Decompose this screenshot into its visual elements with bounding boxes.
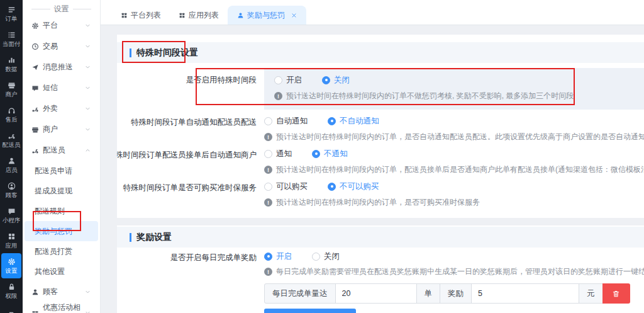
settings-menu-promo[interactable]: 优惠活动相关 [23,302,100,313]
form-row-ontime-insurance: 特殊时间段订单是否可购买准时保服务 可以购买 不可以购买 [117,181,644,208]
app-nav-label: 当面付 [3,41,21,47]
close-icon[interactable] [291,13,297,18]
app-nav-miniprogram[interactable]: 小程序 [0,203,23,228]
menu-label: 平台 [43,20,58,31]
tab-label: 奖励与惩罚 [247,10,285,21]
settings-menu-courier[interactable]: 配送员 [23,140,100,161]
tab-app-list[interactable]: 应用列表 [170,6,228,25]
menu-label: 消息推送 [43,62,73,72]
person-icon [237,12,244,19]
field-content: 自动通知 不自动通知 预计送达时间在特殊时间段内的订单，是否自动通知配送员配送。… [264,116,644,142]
send-icon [31,64,39,71]
person-icon [31,288,39,296]
delete-reward-rule-button[interactable] [602,283,630,304]
radio-circle-icon [274,76,282,84]
radio-circle-icon [312,253,320,261]
radio-circle-icon [328,183,336,191]
settings-menu-push[interactable]: 消息推送 [23,57,100,77]
app-nav-staff[interactable]: 店员 [0,152,23,178]
settings-submenu-reward-punish[interactable]: 奖励与惩罚 [25,221,98,241]
submenu-label: 提成及提现 [35,186,72,196]
section-title: 奖励设置 [136,232,172,243]
store-icon [8,81,16,89]
app-nav-permission[interactable]: 权限 [0,278,23,304]
add-daily-reward-button[interactable]: + 添加每日完成单奖励 [264,309,356,313]
settings-menu-takeout[interactable]: 外卖 [23,98,100,119]
app-nav-aftersale[interactable]: 售后 [0,102,23,127]
settings-submenu-commission[interactable]: 提成及提现 [23,181,100,201]
app-nav-label: 设置 [6,268,18,274]
reward-label: 奖励 [440,283,472,304]
settings-submenu-courier-tip[interactable]: 配送员打赏 [23,241,100,261]
qty-unit-label: 单 [416,283,441,304]
field-label: 特殊时间段订单自动通知配送员配送 [117,116,264,142]
field-label: 是否启用特殊时间段 [117,68,264,110]
app-nav-label: 配送员 [3,142,21,148]
submenu-label: 奖励与惩罚 [35,226,72,237]
settings-sidebar: 设置 平台交易消息推送短信外卖商户配送员配送员申请提成及提现配送规则奖励与惩罚配… [23,0,101,313]
headset-icon [8,106,16,115]
settings-menu-platform[interactable]: 平台 [23,15,100,36]
gear-icon [31,22,39,30]
field-hint: 预计送达时间在特殊时间段内的订单，配送员接单后是否通知商户此单有配送员接单(通知… [264,164,644,175]
radio-no-notify[interactable]: 不通知 [312,149,348,159]
settings-menu-customer[interactable]: 顾客 [23,282,100,302]
radio-enable-on[interactable]: 开启 [274,75,302,86]
radio-no-auto-notify[interactable]: 不自动通知 [328,116,379,127]
page-content: 特殊时间段设置 是否启用特殊时间段 开启 关闭 [101,25,644,313]
tab-platform-list[interactable]: 平台列表 [112,6,170,25]
chevron-down-icon [85,106,91,111]
person-circle-icon [8,182,16,190]
app-nav-courier[interactable]: 配送员 [0,127,23,152]
radio-can-buy[interactable]: 可以购买 [264,181,308,192]
radio-cannot-buy[interactable]: 不可以购买 [328,181,379,192]
info-icon [264,166,272,174]
settings-menu-merchant[interactable]: 商户 [23,119,100,140]
app-nav-label: 顾客 [6,192,18,198]
settings-submenu-courier-apply[interactable]: 配送员申请 [23,161,100,181]
app-nav-label: 数据 [6,66,18,72]
menu-label: 顾客 [43,287,58,297]
app-nav-label: 权限 [6,293,18,299]
settings-submenu-delivery-rules[interactable]: 配送规则 [23,201,100,221]
grid-icon [121,12,128,19]
settings-menu-sms[interactable]: 短信 [23,77,100,98]
form-row-daily-reward: 是否开启每日完成单奖励 开启 关闭 [117,251,644,313]
submenu-label: 配送员打赏 [35,246,72,257]
daily-qty-input[interactable] [335,283,417,304]
settings-menu-trade[interactable]: 交易 [23,36,100,57]
tab-reward-punish[interactable]: 奖励与惩罚 [228,6,306,25]
app-nav-label: 订单 [6,16,18,22]
app-nav-orders[interactable]: 订单 [0,1,23,26]
submenu-label: 配送员申请 [35,166,72,176]
reward-section-header: 奖励设置 [117,227,644,248]
reward-amount-input[interactable] [471,283,579,304]
daily-reward-rule-row: 每日完成单量达 单 奖励 元 [264,283,630,304]
radio-daily-reward-off[interactable]: 关闭 [312,251,340,262]
menu-label: 商户 [43,124,58,135]
app-nav-label: 小程序 [3,217,21,224]
form-row-auto-notify-courier: 特殊时间段订单自动通知配送员配送 自动通知 不自动通知 [117,116,644,142]
app-nav-customer[interactable]: 顾客 [0,178,23,203]
menu-label: 配送员 [43,145,65,156]
field-hint: 预计送达时间在特殊时间段内的订单，是否可购买准时保服务 [264,197,644,208]
field-content: 可以购买 不可以购买 预计送达时间在特殊时间段内的订单，是否可购买准时保服务 [264,181,644,208]
app-nav-label: 商户 [6,91,18,98]
app-nav-merchant[interactable]: 商户 [0,77,23,102]
radio-daily-reward-on[interactable]: 开启 [264,251,292,262]
settings-submenu-other-settings[interactable]: 其他设置 [23,261,100,282]
app-nav-more[interactable] [0,304,23,313]
section-accent-bar [130,233,131,242]
submenu-label: 其他设置 [35,266,65,277]
radio-notify[interactable]: 通知 [264,149,292,159]
app-nav-settings[interactable]: 设置 [1,253,21,278]
radio-circle-icon [322,76,330,84]
app-nav-apps[interactable]: 应用 [0,228,23,253]
app-nav-data[interactable]: 数据 [0,52,23,77]
radio-enable-off[interactable]: 关闭 [322,75,350,86]
special-time-card: 特殊时间段设置 是否启用特殊时间段 开启 关闭 [117,35,644,218]
main-area: 平台列表应用列表奖励与惩罚 特殊时间段设置 是否启用特殊时间段 开启 [101,0,644,313]
radio-auto-notify[interactable]: 自动通知 [264,116,308,127]
app-nav-facepay[interactable]: 当面付 [0,26,23,52]
chevron-down-icon [85,310,91,313]
